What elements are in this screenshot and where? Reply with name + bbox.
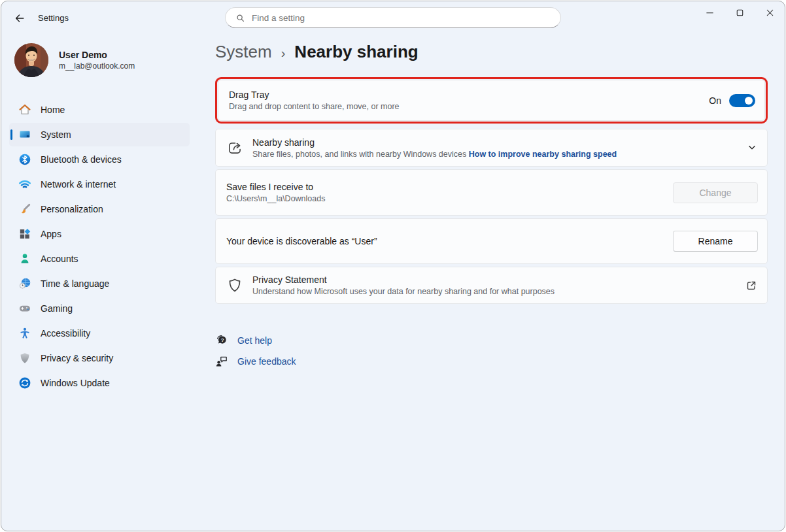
save-files-card: Save files I receive to C:\Users\m__la\D… bbox=[215, 169, 768, 216]
get-help-link[interactable]: Get help bbox=[237, 335, 272, 346]
sidebar-item-network-internet[interactable]: Network & internet bbox=[9, 173, 190, 196]
user-name: User Demo bbox=[59, 50, 135, 60]
titlebar: Settings bbox=[1, 1, 785, 34]
discoverable-title: Your device is discoverable as “User” bbox=[226, 236, 377, 246]
breadcrumb-separator-icon: › bbox=[281, 44, 286, 61]
bluetooth-icon bbox=[18, 153, 31, 166]
give-feedback-row[interactable]: Give feedback bbox=[215, 355, 765, 368]
minimize-icon bbox=[704, 7, 715, 18]
windows-update-icon bbox=[18, 376, 31, 390]
get-help-icon: ? bbox=[215, 334, 228, 347]
close-button[interactable] bbox=[755, 1, 785, 24]
close-icon bbox=[764, 7, 776, 18]
sidebar-item-personalization[interactable]: Personalization bbox=[9, 197, 190, 221]
sidebar-item-system[interactable]: System bbox=[9, 123, 190, 146]
sidebar-nav: Home System Bluetooth & devices bbox=[1, 98, 197, 395]
personalization-icon bbox=[18, 203, 31, 216]
gaming-icon bbox=[18, 302, 31, 315]
accessibility-icon bbox=[18, 327, 31, 340]
rename-button[interactable]: Rename bbox=[673, 231, 758, 252]
drag-tray-toggle-label: On bbox=[709, 95, 721, 106]
breadcrumb: System › Nearby sharing bbox=[215, 42, 765, 62]
drag-tray-highlight-box: Drag Tray Drag and drop content to share… bbox=[215, 77, 768, 124]
nearby-sharing-subtitle: Share files, photos, and links with near… bbox=[252, 150, 466, 159]
sidebar-item-gaming[interactable]: Gaming bbox=[9, 297, 190, 320]
share-icon bbox=[226, 139, 243, 156]
nearby-sharing-expander[interactable]: Nearby sharing Share files, photos, and … bbox=[215, 129, 768, 167]
search-input[interactable] bbox=[252, 13, 551, 23]
maximize-button[interactable] bbox=[725, 1, 755, 24]
sidebar-item-apps[interactable]: Apps bbox=[9, 222, 190, 246]
home-icon bbox=[18, 103, 31, 116]
search-icon bbox=[235, 12, 246, 24]
breadcrumb-system[interactable]: System bbox=[215, 42, 272, 62]
sidebar-item-bluetooth-devices[interactable]: Bluetooth & devices bbox=[9, 148, 190, 171]
chevron-down-icon[interactable] bbox=[746, 142, 758, 154]
drag-tray-subtitle: Drag and drop content to share, move, or… bbox=[229, 102, 400, 111]
user-email: m__lab@outlook.com bbox=[59, 61, 135, 71]
external-link-icon[interactable] bbox=[745, 279, 758, 292]
network-icon bbox=[18, 178, 31, 191]
minimize-button[interactable] bbox=[694, 1, 725, 24]
maximize-icon bbox=[734, 7, 745, 18]
privacy-statement-subtitle: Understand how Microsoft uses your data … bbox=[252, 287, 555, 296]
sidebar-item-privacy-security[interactable]: Privacy & security bbox=[9, 346, 190, 370]
sidebar-item-accessibility[interactable]: Accessibility bbox=[9, 322, 190, 345]
drag-tray-card: Drag Tray Drag and drop content to share… bbox=[218, 80, 765, 121]
sidebar-item-windows-update[interactable]: Windows Update bbox=[9, 371, 190, 395]
save-files-title: Save files I receive to bbox=[226, 182, 325, 192]
drag-tray-toggle[interactable] bbox=[729, 94, 755, 107]
give-feedback-link[interactable]: Give feedback bbox=[237, 356, 296, 367]
time-language-icon bbox=[18, 277, 31, 290]
sidebar-item-accounts[interactable]: Accounts bbox=[9, 247, 190, 271]
user-profile[interactable]: User Demo m__lab@outlook.com bbox=[1, 41, 197, 81]
footer-links: ? Get help Give feedback bbox=[215, 334, 765, 368]
avatar bbox=[14, 43, 48, 77]
svg-text:?: ? bbox=[221, 337, 224, 343]
improve-speed-link[interactable]: How to improve nearby sharing speed bbox=[469, 150, 617, 159]
privacy-statement-title: Privacy Statement bbox=[252, 274, 555, 285]
discoverable-card: Your device is discoverable as “User” Re… bbox=[215, 218, 768, 264]
page-title: Nearby sharing bbox=[294, 42, 418, 62]
drag-tray-title: Drag Tray bbox=[229, 90, 400, 100]
save-files-path: C:\Users\m__la\Downloads bbox=[226, 194, 325, 203]
toggle-knob bbox=[745, 97, 753, 105]
sidebar-item-time-language[interactable]: Time & language bbox=[9, 272, 190, 295]
sidebar: User Demo m__lab@outlook.com Home System bbox=[1, 34, 197, 531]
back-arrow-icon bbox=[14, 12, 26, 24]
system-icon bbox=[18, 128, 31, 141]
main-content: System › Nearby sharing Drag Tray Drag a… bbox=[197, 34, 785, 531]
app-title: Settings bbox=[38, 13, 69, 23]
accounts-icon bbox=[18, 252, 31, 265]
search-box[interactable] bbox=[225, 7, 561, 28]
give-feedback-icon bbox=[215, 355, 228, 368]
nearby-sharing-title: Nearby sharing bbox=[252, 137, 617, 148]
privacy-statement-card[interactable]: Privacy Statement Understand how Microso… bbox=[215, 267, 768, 304]
back-button[interactable] bbox=[9, 10, 30, 27]
apps-icon bbox=[18, 227, 31, 241]
sidebar-item-home[interactable]: Home bbox=[9, 98, 190, 122]
shield-icon bbox=[18, 352, 31, 365]
window-controls bbox=[694, 1, 785, 24]
change-button[interactable]: Change bbox=[673, 182, 758, 203]
get-help-row[interactable]: ? Get help bbox=[215, 334, 765, 347]
shield-outline-icon bbox=[226, 277, 243, 294]
settings-window: Settings bbox=[1, 1, 785, 531]
